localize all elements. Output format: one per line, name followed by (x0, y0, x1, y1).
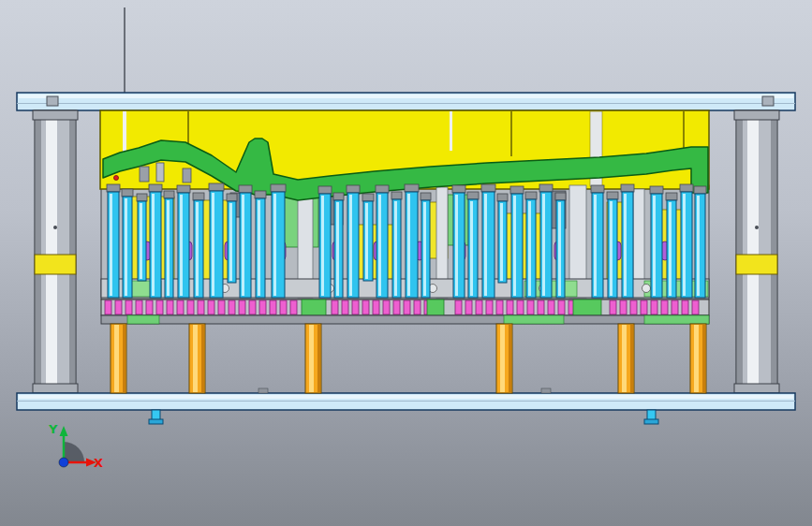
ejector-retainer-tab (352, 300, 359, 314)
pin-highlight (125, 198, 127, 296)
plate-mark (258, 388, 268, 393)
ejector-retainer-tab (342, 300, 348, 314)
pin-head (391, 192, 402, 199)
cad-viewport[interactable]: Y X (0, 0, 812, 526)
ejector-pin (681, 192, 692, 298)
model-canvas[interactable]: Y X (0, 0, 812, 526)
ejector-retainer-tab (115, 300, 122, 314)
axis-x-label: X (94, 456, 103, 470)
ejector-pin (150, 192, 161, 298)
ejector-retainer-tab (496, 300, 503, 314)
ejector-retainer-tab (332, 300, 338, 314)
pillar-shade (201, 325, 204, 392)
pillar-stripe-left (46, 111, 57, 392)
stop-screw (647, 410, 656, 420)
ejector-retainer-tab (641, 300, 647, 314)
ejector-retainer-tab (362, 300, 369, 314)
pin-highlight (321, 196, 324, 296)
hanger-rod (124, 7, 125, 93)
pin-head (255, 191, 266, 198)
pillar-band-right (736, 255, 777, 274)
ejector-retainer-tab (393, 300, 400, 314)
pillar-shade-left (36, 111, 41, 392)
axis-y-arrow (60, 426, 68, 436)
pin-head (555, 193, 566, 200)
pin-highlight (242, 195, 244, 296)
ejector-retainer-tab (290, 300, 297, 314)
ejector-retainer-tab (465, 300, 472, 314)
ejector-pin (178, 193, 189, 298)
pillar-foot-right (734, 384, 779, 393)
ejector-retainer-tab (280, 300, 287, 314)
ejector-retainer-tab (620, 300, 627, 314)
ejector-pin (347, 193, 359, 298)
cavity-seam-dark (510, 111, 512, 156)
pin-highlight (484, 194, 487, 296)
insert-block (183, 168, 191, 183)
top-plate-highlight (19, 95, 793, 98)
pin-head (227, 194, 237, 201)
pin-highlight (653, 196, 656, 296)
pillar-shade (702, 325, 705, 392)
pin-highlight (394, 201, 397, 296)
ejector-pin (592, 193, 603, 298)
pin-highlight (110, 194, 112, 296)
pin-head (591, 185, 604, 193)
pin-highlight (455, 195, 458, 296)
ejector-retainer-tab (373, 300, 379, 314)
pin-head (149, 184, 162, 192)
pin-head (164, 191, 174, 198)
ejector-pin (108, 192, 119, 298)
pillar-shade-right (737, 111, 743, 392)
pin-highlight (500, 203, 503, 281)
pillar-band-left (35, 255, 76, 274)
pillar-cap-left (33, 110, 78, 120)
pin-head (694, 186, 706, 194)
ejector-retainer-tab (527, 300, 534, 314)
ejector-pin (622, 192, 633, 298)
pin-head (362, 194, 374, 201)
pillar-shade-right (771, 111, 776, 392)
pin-highlight (140, 203, 142, 279)
base-green-segment (504, 315, 564, 324)
pin-head (525, 192, 537, 199)
insert-block (140, 167, 149, 182)
pin-highlight (407, 194, 410, 296)
ejector-pin (240, 193, 251, 298)
mold-assembly (17, 7, 795, 424)
pin-highlight (273, 194, 276, 296)
pin-head (376, 185, 389, 193)
base-green-segment (644, 315, 709, 324)
pillar-cap-right (734, 110, 779, 120)
ejector-retainer-tab (105, 300, 111, 314)
screw-head (642, 285, 651, 293)
ejector-retainer-tab (136, 300, 142, 314)
top-plate-bolt (762, 96, 774, 106)
pillar-highlight (114, 325, 119, 392)
pin-head (421, 193, 431, 200)
ejector-pin (319, 194, 331, 298)
pin-highlight (470, 201, 473, 296)
pin-highlight (697, 196, 700, 296)
ejector-retainer-tab (383, 300, 390, 314)
axis-triad: Y X (48, 422, 103, 470)
pin-highlight (528, 201, 531, 296)
ejector-retainer-tab (558, 300, 565, 314)
pin-highlight (513, 196, 516, 296)
ejector-retainer-tab (507, 300, 513, 314)
pin-head (318, 186, 332, 194)
pin-highlight (258, 200, 260, 296)
pin-highlight (349, 195, 352, 296)
pin-head (137, 194, 147, 201)
pillar-highlight (309, 325, 314, 392)
pin-head (177, 185, 190, 193)
pin-head (239, 185, 252, 193)
ejector-retainer-tab (538, 300, 544, 314)
pillar-highlight (622, 325, 627, 392)
pin-highlight (683, 194, 686, 296)
bottom-plate-highlight (19, 395, 793, 399)
pin-highlight (365, 203, 368, 279)
ejector-pin (406, 192, 418, 298)
ejector-pin (482, 192, 495, 298)
top-plate-bolt (47, 96, 58, 106)
